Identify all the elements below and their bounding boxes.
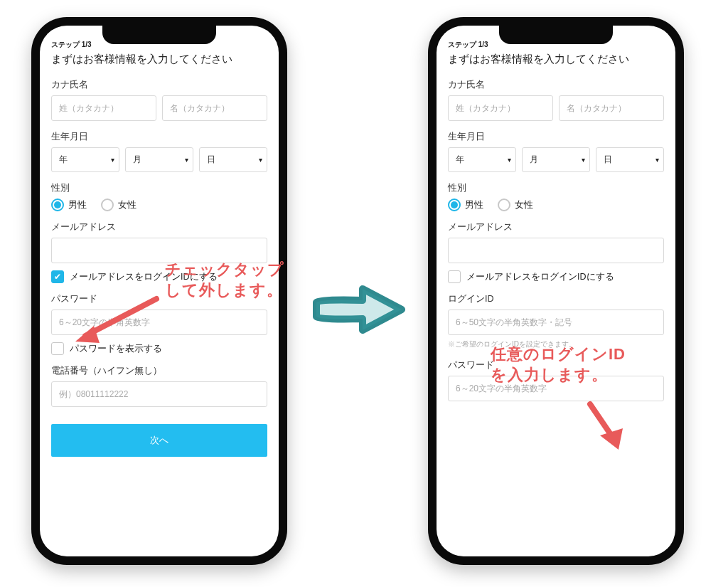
female-label: 女性 (118, 199, 136, 211)
kana-first-input[interactable] (162, 95, 267, 121)
kana-first-input[interactable] (559, 95, 664, 121)
phone-mockup-right: ステップ 1/3 まずはお客様情報を入力してください カナ氏名 生年月日 年▾ … (428, 17, 684, 565)
month-select[interactable]: 月▾ (125, 147, 193, 172)
next-button[interactable]: 次へ (51, 424, 267, 457)
phone-label: 電話番号（ハイフン無し） (51, 365, 267, 377)
chevron-down-icon: ▾ (111, 156, 114, 164)
radio-dot-checked-icon (51, 199, 64, 211)
male-label: 男性 (465, 199, 483, 211)
phone-input[interactable] (51, 381, 267, 407)
month-select[interactable]: 月▾ (522, 147, 590, 172)
login-id-input[interactable] (448, 310, 664, 335)
email-as-login-checkbox[interactable] (448, 270, 461, 283)
kana-last-input[interactable] (448, 95, 553, 121)
radio-male[interactable]: 男性 (51, 199, 87, 211)
female-label: 女性 (515, 199, 533, 211)
chevron-down-icon: ▾ (655, 156, 659, 164)
page-headline: まずはお客様情報を入力してください (51, 51, 267, 66)
phone-notch (499, 26, 613, 44)
annotation-login-id: 任意のログインID を入力します。 (491, 344, 626, 385)
radio-dot-icon (101, 199, 114, 211)
svg-line-0 (85, 299, 156, 336)
email-input[interactable] (448, 238, 664, 263)
login-id-label: ログインID (448, 293, 664, 305)
radio-female[interactable]: 女性 (101, 199, 136, 211)
chevron-down-icon: ▾ (582, 156, 585, 164)
dob-label: 生年月日 (448, 131, 664, 143)
radio-dot-checked-icon (448, 199, 461, 211)
day-select[interactable]: 日▾ (596, 147, 664, 172)
gender-label: 性別 (448, 182, 664, 194)
email-label: メールアドレス (51, 221, 267, 233)
page-headline: まずはお客様情報を入力してください (448, 51, 664, 66)
kana-label: カナ氏名 (51, 79, 267, 91)
kana-label: カナ氏名 (448, 79, 664, 91)
dob-label: 生年月日 (51, 131, 267, 143)
kana-last-input[interactable] (51, 95, 156, 121)
email-as-login-label: メールアドレスをログインIDにする (466, 271, 614, 283)
annotation-arrow-icon (71, 292, 164, 349)
year-select[interactable]: 年▾ (448, 147, 516, 172)
male-label: 男性 (68, 199, 87, 211)
transition-arrow-icon (313, 285, 405, 334)
radio-dot-icon (498, 199, 510, 211)
radio-female[interactable]: 女性 (498, 199, 533, 211)
radio-male[interactable]: 男性 (448, 199, 483, 211)
chevron-down-icon: ▾ (185, 156, 188, 164)
screen-right: ステップ 1/3 まずはお客様情報を入力してください カナ氏名 生年月日 年▾ … (437, 26, 675, 556)
year-select[interactable]: 年▾ (51, 147, 119, 172)
show-password-checkbox[interactable] (51, 342, 64, 355)
phone-notch (102, 26, 216, 44)
annotation-arrow-icon (569, 398, 633, 455)
day-select[interactable]: 日▾ (199, 147, 267, 172)
gender-label: 性別 (51, 182, 267, 194)
annotation-uncheck: チェックタップ して外します。 (165, 260, 284, 300)
chevron-down-icon: ▾ (259, 156, 262, 164)
email-as-login-checkbox[interactable] (51, 270, 64, 283)
email-label: メールアドレス (448, 221, 664, 233)
chevron-down-icon: ▾ (508, 156, 511, 164)
